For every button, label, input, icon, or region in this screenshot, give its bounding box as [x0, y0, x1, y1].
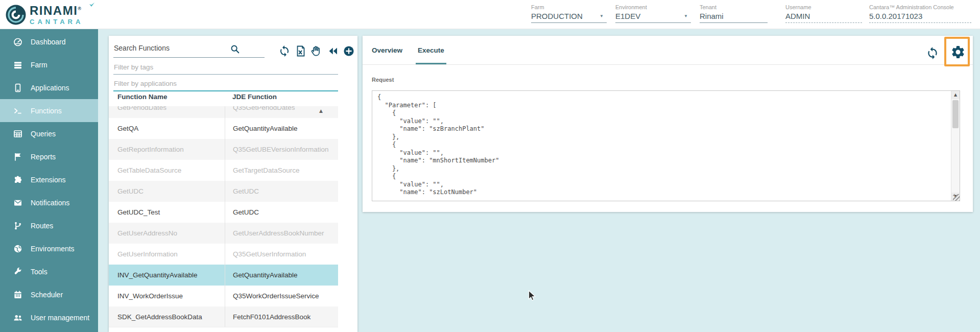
sidebar-item-farm[interactable]: Farm	[0, 53, 98, 76]
dashboard-icon	[13, 37, 23, 47]
field-label: Farm	[531, 4, 607, 10]
dropdown-caret-icon[interactable]: ▼	[600, 14, 604, 18]
column-header-jde-function: JDE Function	[232, 93, 277, 101]
sidebar-item-label: Routes	[31, 222, 53, 230]
sidebar-item-environments[interactable]: Environments	[0, 237, 98, 260]
table-row[interactable]: GetUDC_TestGetUDC	[109, 202, 338, 223]
table-row[interactable]: GetUserAddressNoGetUserAddressBookNumber	[109, 223, 338, 244]
table-row[interactable]: GetTableDataSourceGetTargetDataSource	[109, 160, 338, 181]
cell-function-name: GetUserAddressNo	[109, 223, 225, 244]
queries-icon	[13, 129, 23, 139]
environments-icon	[13, 244, 23, 254]
routes-icon	[13, 221, 23, 231]
header-field-cantara-administration-console: Cantara™ Administration Console5.0.0.201…	[869, 4, 971, 23]
refresh-icon[interactable]	[926, 46, 939, 60]
header-field-tenant: TenantRinami	[700, 4, 768, 23]
table-row[interactable]: GetUserInformationQ35GetUserInformation	[109, 244, 338, 265]
top-header-bar: RINAMI® CANTARA FarmPRODUCTION▼Environme…	[0, 0, 980, 29]
sidebar-item-label: Notifications	[31, 199, 69, 207]
reports-icon	[13, 152, 23, 162]
tab-execute[interactable]: Execute	[418, 36, 444, 64]
table-row[interactable]: INV_GetQuantityAvailableGetQuantityAvail…	[109, 265, 338, 286]
sidebar-nav: DashboardFarmApplicationsFunctionsQuerie…	[0, 29, 98, 332]
cell-jde-function: GetUDC	[225, 181, 338, 202]
cell-function-name: INV_GetQuantityAvailable	[109, 265, 225, 286]
sidebar-item-queries[interactable]: Queries	[0, 122, 98, 145]
applications-icon	[13, 83, 23, 93]
table-row[interactable]: GetReportInformationQ35GetUBEVersionInfo…	[109, 139, 338, 160]
field-value[interactable]: PRODUCTION▼	[531, 12, 607, 23]
header-field-environment: EnvironmentE1DEV▼	[615, 4, 691, 23]
mouse-cursor	[528, 290, 537, 304]
cell-jde-function: Q35GetUBEVersionInformation	[225, 139, 338, 160]
table-row[interactable]: GetUDCGetUDC	[109, 181, 338, 202]
request-label: Request	[372, 77, 394, 83]
pan-hand-icon[interactable]	[310, 45, 322, 57]
sidebar-item-reports[interactable]: Reports	[0, 145, 98, 168]
farm-icon	[13, 60, 23, 70]
sidebar-item-label: Farm	[31, 61, 47, 69]
settings-gear-icon[interactable]	[950, 44, 966, 60]
sidebar-item-label: Applications	[31, 84, 69, 92]
add-icon[interactable]	[343, 45, 355, 57]
cell-jde-function: Q35WorkOrderIssueService	[225, 286, 338, 306]
table-row[interactable]: SDK_GetAddressBookDataFetchF0101AddressB…	[109, 306, 338, 327]
scroll-up-icon[interactable]: ▲	[951, 91, 960, 99]
cell-function-name: GetTableDataSource	[109, 160, 225, 181]
sidebar-item-label: Tools	[31, 268, 47, 276]
sidebar-item-routes[interactable]: Routes	[0, 214, 98, 237]
cell-jde-function: GetQuantityAvailable	[225, 118, 338, 139]
field-label: Username	[785, 4, 862, 10]
sidebar-item-tools[interactable]: Tools	[0, 260, 98, 283]
request-json-textarea[interactable]: { "Parameter": [ { "value": "", "name": …	[372, 90, 960, 201]
sidebar-item-dashboard[interactable]: Dashboard	[0, 30, 98, 53]
sidebar-item-scheduler[interactable]: Scheduler	[0, 283, 98, 306]
cell-function-name: SDK_GetAddressBookData	[109, 306, 225, 327]
rewind-icon[interactable]	[327, 45, 339, 57]
field-label: Tenant	[700, 4, 768, 10]
field-label: Environment	[615, 4, 691, 10]
notifications-icon	[13, 198, 23, 208]
search-icon[interactable]	[230, 44, 240, 54]
sidebar-item-label: Scheduler	[31, 291, 63, 299]
cell-jde-function: GetTargetDataSource	[225, 160, 338, 181]
cell-function-name: GetPeriodDates	[109, 106, 225, 118]
function-detail-panel: Overview Execute Request { "Parameter": …	[363, 36, 973, 212]
header-field-username: UsernameADMIN	[785, 4, 862, 23]
table-row[interactable]: GetPeriodDatesQ35GetPeriodDates	[109, 106, 338, 118]
rinami-logo-icon	[5, 4, 27, 26]
search-underline	[113, 57, 265, 58]
logo-product-text: CANTARA	[30, 18, 83, 25]
table-header: Function Name JDE Function	[109, 88, 338, 106]
field-value: 5.0.0.20171023	[869, 12, 971, 23]
tools-icon	[13, 267, 23, 277]
table-row[interactable]: INV_WorkOrderIssueQ35WorkOrderIssueServi…	[109, 286, 338, 306]
dropdown-caret-icon[interactable]: ▼	[684, 14, 688, 18]
scrollbar-thumb[interactable]	[952, 100, 959, 128]
tab-overview[interactable]: Overview	[372, 36, 402, 64]
functions-list-panel: Search Functions Filter by tags	[109, 36, 357, 332]
field-value[interactable]: E1DEV▼	[615, 12, 691, 23]
sidebar-item-applications[interactable]: Applications	[0, 76, 98, 99]
sidebar-item-label: User management	[31, 314, 89, 322]
detail-tabs: Overview Execute	[363, 36, 973, 65]
sidebar-item-user-management[interactable]: User management	[0, 306, 98, 329]
sidebar-item-extensions[interactable]: Extensions	[0, 168, 98, 191]
sidebar-item-label: Queries	[31, 130, 56, 138]
textarea-scrollbar[interactable]: ▲ ▼	[951, 91, 960, 201]
textarea-resize-grip[interactable]	[953, 194, 960, 201]
refresh-icon[interactable]	[278, 45, 291, 57]
field-value[interactable]: Rinami	[700, 12, 768, 23]
sidebar-item-functions[interactable]: Functions	[0, 99, 98, 122]
request-json-content: { "Parameter": [ { "value": "", "name": …	[372, 91, 960, 199]
export-excel-icon[interactable]	[295, 45, 307, 57]
filter-by-tags-input[interactable]: Filter by tags	[113, 61, 338, 75]
cell-function-name: INV_WorkOrderIssue	[109, 286, 225, 306]
search-functions-input[interactable]: Search Functions	[114, 44, 170, 52]
sidebar-item-label: Dashboard	[31, 38, 66, 46]
logo-brand-text: RINAMI®	[30, 5, 83, 17]
table-scroll-up-icon[interactable]: ▲	[319, 108, 323, 113]
sidebar-item-notifications[interactable]: Notifications	[0, 191, 98, 214]
functions-table-body: GetPeriodDatesQ35GetPeriodDatesGetQAGetQ…	[109, 106, 338, 332]
table-row[interactable]: GetQAGetQuantityAvailable	[109, 118, 338, 139]
